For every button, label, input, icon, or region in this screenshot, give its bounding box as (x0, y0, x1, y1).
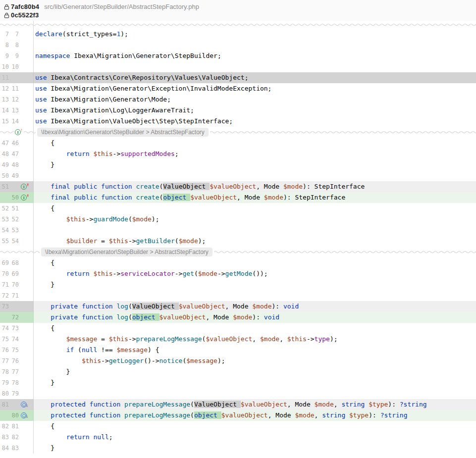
implements-method-icon[interactable]: I↑ (21, 195, 29, 201)
code-token: StepInterface (315, 183, 365, 190)
code-line[interactable]: private function log(object $valueObject… (34, 312, 476, 323)
diff-row: 8382 return null; (0, 432, 476, 443)
code-line[interactable]: final public function create(object $val… (34, 192, 476, 203)
code-line[interactable]: } (34, 443, 476, 454)
code-token (35, 357, 82, 364)
code-token: ) { (148, 346, 159, 354)
old-line-number: 75 (0, 336, 9, 343)
code-line[interactable]: } (34, 377, 476, 388)
diff-row: 11use Ibexa\Contracts\Core\Repository\Va… (0, 72, 476, 83)
gutter: 5554 (0, 236, 34, 247)
code-line[interactable]: { (34, 203, 476, 214)
code-line[interactable] (34, 388, 476, 399)
implements-method-icon[interactable]: I↑ (15, 129, 23, 135)
code-token: $this (287, 335, 307, 343)
gutter: 5251 (0, 203, 34, 214)
code-token: getMode (225, 270, 253, 277)
code-line[interactable]: final public function create(ValueObject… (34, 181, 476, 192)
code-token: ): (283, 194, 295, 201)
code-line[interactable]: use Ibexa\Contracts\Core\Repository\Valu… (34, 72, 476, 83)
code-token: function (101, 194, 132, 201)
code-line[interactable] (34, 40, 476, 51)
code-line[interactable] (34, 290, 476, 301)
code-line[interactable] (34, 170, 476, 181)
code-line[interactable]: if (null !== $message) { (34, 345, 476, 356)
old-line-number: 54 (0, 227, 9, 234)
code-line[interactable] (34, 61, 476, 72)
collapsed-lines-separator[interactable] (0, 21, 476, 29)
code-line[interactable]: use Ibexa\Migration\ValueObject\Step\Ste… (34, 116, 476, 127)
code-line[interactable]: $this->guardMode($mode); (34, 214, 476, 225)
gutter: 1413 (0, 105, 34, 116)
code-token (97, 183, 101, 190)
code-token: -> (175, 270, 183, 277)
old-line-number: 74 (0, 325, 9, 332)
code-token: $mode (132, 215, 152, 223)
code-token: $valueObject (221, 411, 268, 419)
gutter: 7473 (0, 323, 34, 334)
new-line-number: 77 (9, 368, 19, 375)
code-line[interactable]: use Ibexa\Migration\Generator\Exception\… (34, 83, 476, 94)
code-token: public (74, 183, 97, 190)
diff-row: 72 private function log(object $valueObj… (0, 312, 476, 323)
gutter: 5352 (0, 214, 34, 225)
gutter: 99 (0, 51, 34, 61)
code-line[interactable]: private function log(ValueObject $valueO… (34, 301, 476, 312)
implements-method-icon[interactable]: I↑ (21, 184, 29, 190)
code-token: log (116, 313, 128, 321)
commit-hash-right: 0c5522f3 (11, 11, 39, 19)
code-line[interactable]: } (34, 279, 476, 290)
code-token: notice (159, 357, 182, 364)
overridden-method-icon[interactable]: ↓ (21, 402, 28, 407)
old-line-number: 81 (0, 401, 9, 408)
code-line[interactable]: { (34, 323, 476, 334)
collapsed-lines-separator[interactable]: \Ibexa\Migration\Generator\StepBuilder >… (0, 247, 476, 257)
code-token: ): (303, 183, 314, 190)
code-token: ): (271, 303, 283, 310)
code-line[interactable]: return $this->serviceLocator->get($mode-… (34, 268, 476, 279)
wave-separator-line (0, 129, 14, 135)
code-token: !== (97, 346, 116, 354)
gutter: 4847 (0, 149, 34, 159)
code-line[interactable]: use Ibexa\Migration\Log\LoggerAwareTrait… (34, 105, 476, 116)
diff-viewer: 77declare(strict_types=1);8899namespace … (0, 21, 476, 454)
diff-row: 4847 return $this->supportedModes; (0, 149, 476, 159)
code-token: $this (109, 335, 128, 343)
gutter: 81↓ (0, 399, 34, 410)
code-token: use (35, 106, 47, 114)
code-token: ); (198, 237, 206, 245)
new-line-number: 80 (9, 412, 19, 419)
overridden-method-icon[interactable]: ↓ (21, 412, 28, 418)
diff-row: 4948 } (0, 159, 476, 170)
new-line-number: 11 (9, 85, 19, 92)
new-line-number: 52 (9, 216, 19, 223)
code-token: } (35, 444, 54, 452)
code-line[interactable]: namespace Ibexa\Migration\Generator\Step… (34, 51, 476, 61)
code-token: ): (252, 313, 264, 321)
code-line[interactable]: protected function prepareLogMessage(Val… (34, 399, 476, 410)
code-line[interactable]: return $this->supportedModes; (34, 149, 476, 159)
diff-row: 1514use Ibexa\Migration\ValueObject\Step… (0, 116, 476, 127)
code-line[interactable]: return null; (34, 432, 476, 443)
code-line[interactable]: } (34, 159, 476, 170)
code-token: getBuilder (136, 237, 175, 245)
diff-row: 1211use Ibexa\Migration\Generator\Except… (0, 83, 476, 94)
code-line[interactable]: $builder = $this->getBuilder($mode); (34, 236, 476, 247)
code-line[interactable]: { (34, 421, 476, 432)
code-line[interactable]: } (34, 366, 476, 377)
code-line[interactable]: { (34, 138, 476, 149)
code-line[interactable]: protected function prepareLogMessage(obj… (34, 410, 476, 421)
code-token: -> (128, 335, 136, 343)
gutter: 80↓ (0, 410, 34, 421)
code-token: -> (113, 150, 121, 157)
code-line[interactable]: use Ibexa\Migration\Generator\Mode; (34, 94, 476, 105)
code-line[interactable]: $this->getLogger()->notice($message); (34, 356, 476, 366)
gutter-icon-slot: I↑ (19, 184, 33, 190)
code-line[interactable]: declare(strict_types=1); (34, 29, 476, 40)
code-token: ); (330, 335, 338, 343)
code-token: -> (113, 270, 121, 277)
code-line[interactable] (34, 225, 476, 236)
code-line[interactable]: $message = $this->prepareLogMessage($val… (34, 334, 476, 345)
code-line[interactable]: { (34, 257, 476, 268)
collapsed-lines-separator[interactable]: I↑\Ibexa\Migration\Generator\StepBuilder… (0, 127, 476, 138)
